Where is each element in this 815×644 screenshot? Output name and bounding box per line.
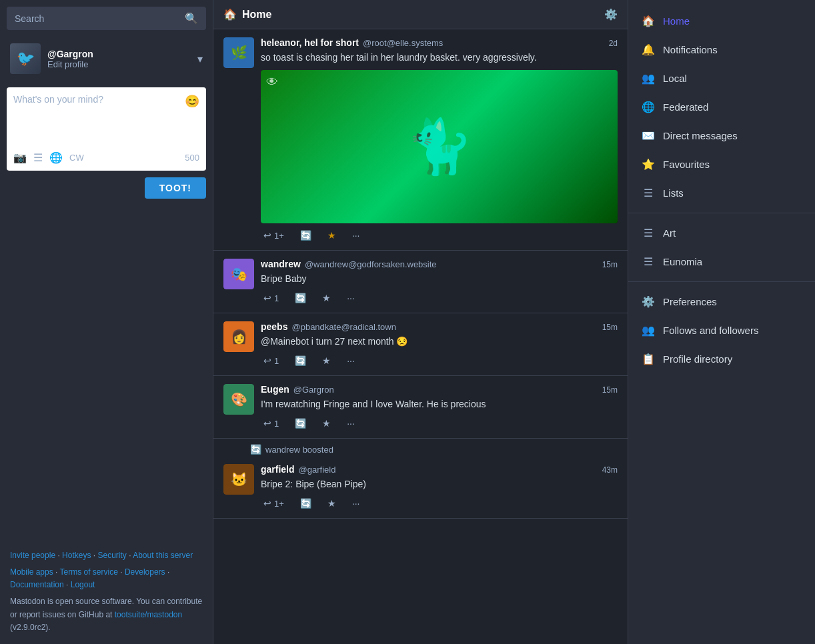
favourite-button[interactable]: ★ xyxy=(319,354,333,367)
reply-count: 1 xyxy=(274,419,279,429)
sidebar-item-preferences[interactable]: ⚙️ Preferences xyxy=(628,287,815,316)
star-icon: ★ xyxy=(322,355,331,366)
mobile-apps-link[interactable]: Mobile apps xyxy=(10,567,53,577)
sidebar-item-lists[interactable]: ☰ Lists xyxy=(628,179,815,207)
favourite-button[interactable]: ★ xyxy=(325,497,339,510)
toot-button[interactable]: TOOT! xyxy=(145,177,206,199)
post: 👩 peebs @pbandkate@radical.town 15m @Mai… xyxy=(213,313,628,376)
post-image[interactable]: 👁 🐈 xyxy=(261,70,618,223)
sidebar-item-home[interactable]: 🏠 Home xyxy=(628,7,815,35)
reply-count: 1+ xyxy=(274,231,284,241)
profile-edit-link[interactable]: Edit profile xyxy=(47,59,191,69)
sidebar-item-label: Federated xyxy=(663,101,708,113)
emoji-picker-icon[interactable]: 😊 xyxy=(182,94,199,109)
sidebar-item-label: Eunomia xyxy=(663,256,702,267)
avatar-image: 🎭 xyxy=(223,259,254,289)
documentation-link[interactable]: Documentation xyxy=(10,580,64,589)
local-icon: 👥 xyxy=(642,72,655,85)
more-icon: ··· xyxy=(347,293,355,303)
more-button[interactable]: ··· xyxy=(349,497,363,510)
post-header: heleanor, hel for short @root@elle.syste… xyxy=(261,37,618,48)
boost-button[interactable]: 🔄 xyxy=(292,354,309,367)
reply-icon: ↩ xyxy=(263,418,271,429)
notifications-icon: 🔔 xyxy=(642,43,655,56)
post-actions: ↩ 1 🔄 ★ ··· xyxy=(261,354,618,367)
reply-button[interactable]: ↩ 1 xyxy=(261,354,281,367)
favourite-button[interactable]: ★ xyxy=(325,229,339,242)
logout-link[interactable]: Logout xyxy=(71,580,95,589)
invite-people-link[interactable]: Invite people xyxy=(10,551,55,560)
post-avatar: 👩 xyxy=(223,321,254,352)
booster-name: wandrew boosted xyxy=(265,445,333,455)
post-author-name: Eugen xyxy=(261,384,289,395)
char-count: 500 xyxy=(185,153,199,163)
security-link[interactable]: Security xyxy=(97,551,126,560)
post-time: 15m xyxy=(602,323,618,332)
left-footer: Invite people · Hotkeys · Security · Abo… xyxy=(0,539,213,644)
sidebar-item-follows-followers[interactable]: 👥 Follows and followers xyxy=(628,316,815,345)
sidebar-item-local[interactable]: 👥 Local xyxy=(628,64,815,93)
repo-link[interactable]: tootsuite/mastodon xyxy=(115,610,182,619)
boost-button[interactable]: 🔄 xyxy=(292,291,309,305)
favourite-button[interactable]: ★ xyxy=(319,417,333,430)
sidebar-item-direct-messages[interactable]: ✉️ Direct messages xyxy=(628,121,815,150)
reply-icon: ↩ xyxy=(263,230,271,241)
list-icon[interactable]: ☰ xyxy=(33,151,43,164)
search-icon[interactable]: 🔍 xyxy=(185,12,198,25)
more-button[interactable]: ··· xyxy=(349,229,363,242)
profile-directory-icon: 📋 xyxy=(642,353,655,365)
post-author-handle: @root@elle.systems xyxy=(363,38,443,48)
reply-button[interactable]: ↩ 1+ xyxy=(261,497,287,510)
camera-icon[interactable]: 📷 xyxy=(13,151,27,164)
sidebar-item-profile-directory[interactable]: 📋 Profile directory xyxy=(628,345,815,373)
star-icon: ★ xyxy=(322,418,331,429)
boost-button[interactable]: 🔄 xyxy=(297,229,314,242)
favourite-button[interactable]: ★ xyxy=(319,291,333,305)
sidebar-item-notifications[interactable]: 🔔 Notifications xyxy=(628,35,815,64)
boost-button[interactable]: 🔄 xyxy=(292,417,309,430)
sidebar-item-favourites[interactable]: ⭐ Favourites xyxy=(628,150,815,179)
filter-icon[interactable]: ⚙️ xyxy=(604,8,618,21)
search-input[interactable] xyxy=(15,13,179,24)
cw-button[interactable]: CW xyxy=(69,153,84,163)
reply-button[interactable]: ↩ 1 xyxy=(261,291,281,305)
compose-footer: 📷 ☰ 🌐 CW 500 xyxy=(13,151,199,164)
nav-divider xyxy=(628,281,815,282)
developers-link[interactable]: Developers xyxy=(125,567,165,577)
more-icon: ··· xyxy=(347,418,355,429)
compose-area: 😊 📷 ☰ 🌐 CW 500 xyxy=(7,87,206,171)
about-server-link[interactable]: About this server xyxy=(133,551,193,560)
post-author-name: wandrew xyxy=(261,259,301,269)
profile-handle: @Gargron xyxy=(47,49,191,59)
left-sidebar: 🔍 🐦 @Gargron Edit profile ▾ 😊 📷 ☰ 🌐 CW 5… xyxy=(0,0,213,644)
sidebar-item-eunomia[interactable]: ☰ Eunomia xyxy=(628,247,815,276)
globe-icon[interactable]: 🌐 xyxy=(49,151,63,164)
post-text: Bripe Baby xyxy=(261,272,618,286)
more-button[interactable]: ··· xyxy=(344,354,357,367)
sidebar-item-art[interactable]: ☰ Art xyxy=(628,219,815,247)
right-sidebar: 🏠 Home 🔔 Notifications 👥 Local 🌐 Federat… xyxy=(628,0,815,644)
post-time: 15m xyxy=(602,260,618,269)
sidebar-item-label: Profile directory xyxy=(663,353,732,365)
boost-icon: 🔄 xyxy=(300,230,311,241)
image-hide-icon: 👁 xyxy=(266,75,278,89)
sidebar-item-federated[interactable]: 🌐 Federated xyxy=(628,93,815,121)
post-header: Eugen @Gargron 15m xyxy=(261,384,618,395)
post-header: garfield @garfield 43m xyxy=(261,464,618,475)
more-button[interactable]: ··· xyxy=(344,417,357,430)
direct-messages-icon: ✉️ xyxy=(642,129,655,142)
terms-link[interactable]: Terms of service xyxy=(60,567,118,577)
post-author-handle: @pbandkate@radical.town xyxy=(291,322,395,332)
boost-button[interactable]: 🔄 xyxy=(297,497,314,510)
compose-textarea[interactable] xyxy=(13,94,182,147)
more-button[interactable]: ··· xyxy=(344,291,357,305)
profile-section[interactable]: 🐦 @Gargron Edit profile ▾ xyxy=(0,37,213,81)
reply-count: 1 xyxy=(274,356,279,366)
profile-chevron-icon: ▾ xyxy=(197,53,203,65)
hotkeys-link[interactable]: Hotkeys xyxy=(62,551,91,560)
reply-button[interactable]: ↩ 1 xyxy=(261,417,281,430)
boost-indicator: 🔄 wandrew boosted xyxy=(213,439,628,456)
reply-button[interactable]: ↩ 1+ xyxy=(261,229,287,242)
boost-icon: 🔄 xyxy=(295,418,306,429)
post-author-handle: @garfield xyxy=(299,465,336,475)
